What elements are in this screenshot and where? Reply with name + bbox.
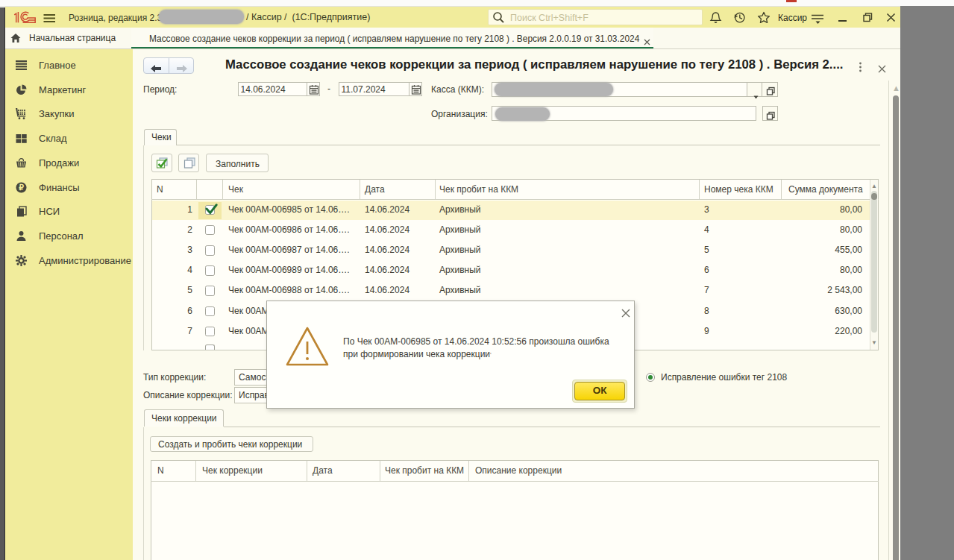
svg-text:₽: ₽ [19, 183, 24, 192]
